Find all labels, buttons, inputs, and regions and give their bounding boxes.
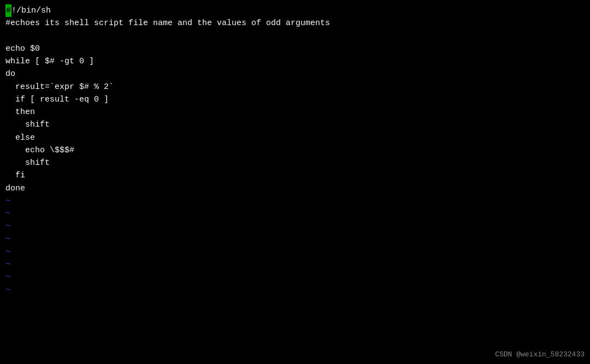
code-line-15: done — [5, 182, 585, 195]
code-line-13: shift — [5, 157, 585, 169]
code-line-5: while [ $# -gt 0 ] — [5, 55, 585, 68]
shebang-text: !/bin/sh — [11, 6, 51, 15]
shebang-hash: # — [5, 4, 11, 17]
tilde-line-1: ~ — [5, 195, 585, 207]
code-line-1: #!/bin/sh — [5, 4, 585, 17]
tilde-line-6: ~ — [5, 258, 585, 271]
watermark: CSDN @weixin_58232433 — [495, 350, 585, 359]
tilde-line-3: ~ — [5, 220, 585, 232]
tilde-line-8: ~ — [5, 284, 585, 296]
code-line-11: else — [5, 132, 585, 144]
code-line-2: #echoes its shell script file name and t… — [5, 17, 585, 29]
code-line-10: shift — [5, 118, 585, 131]
editor-container: #!/bin/sh #echoes its shell script file … — [0, 0, 590, 364]
code-line-3 — [5, 30, 585, 43]
code-line-12: echo \$$$# — [5, 144, 585, 157]
tilde-line-4: ~ — [5, 233, 585, 246]
code-line-8: if [ result -eq 0 ] — [5, 93, 585, 106]
code-line-9: then — [5, 106, 585, 118]
code-line-6: do — [5, 68, 585, 80]
code-line-4: echo $0 — [5, 43, 585, 55]
code-line-14: fi — [5, 169, 585, 182]
tilde-line-7: ~ — [5, 271, 585, 283]
tilde-line-2: ~ — [5, 207, 585, 220]
tilde-line-5: ~ — [5, 246, 585, 258]
code-line-7: result=`expr $# % 2` — [5, 81, 585, 93]
